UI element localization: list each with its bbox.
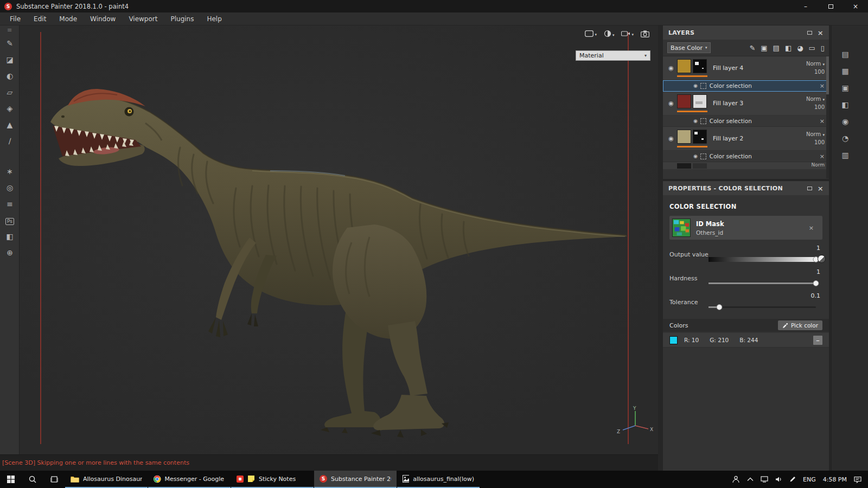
dock-shelf-icon[interactable]: ▦ xyxy=(835,65,855,78)
menu-help[interactable]: Help xyxy=(200,15,228,23)
menu-file[interactable]: File xyxy=(3,15,27,23)
effect-row-color-selection[interactable]: ◉ Color selection × xyxy=(663,151,829,162)
clock[interactable]: 4:58 PM xyxy=(823,476,847,483)
taskbar-app-substance-painter[interactable]: S Substance Painter 201... xyxy=(314,471,397,488)
speaker-icon[interactable] xyxy=(775,476,782,483)
stack-icon[interactable]: ≡ xyxy=(0,196,20,212)
particles-icon[interactable]: ∗ xyxy=(0,163,20,179)
camera-mode-button[interactable]: ▾ xyxy=(621,30,634,37)
projection-tool-icon[interactable]: ◐ xyxy=(0,68,20,84)
layer-fill-thumbnail[interactable] xyxy=(677,94,691,108)
notifications-icon[interactable]: ◎ xyxy=(0,179,20,196)
menu-mode[interactable]: Mode xyxy=(53,15,84,23)
language-indicator[interactable]: ENG xyxy=(803,476,816,483)
dock-history-icon[interactable]: ◔ xyxy=(835,132,855,145)
tray-expand-icon[interactable] xyxy=(747,477,754,481)
add-smart-material-icon[interactable]: ◕ xyxy=(797,44,803,52)
close-panel-icon[interactable]: × xyxy=(818,29,824,36)
viewport-3d[interactable]: ▾ ▾ ▾ Material ▾ Y X Z xyxy=(20,25,658,454)
id-mask-item[interactable]: ID Mask Others_id × xyxy=(669,216,822,240)
remove-id-mask-icon[interactable]: × xyxy=(809,224,814,232)
maximize-button[interactable] xyxy=(818,0,843,12)
layer-visibility-icon[interactable]: ◉ xyxy=(665,100,677,107)
detach-panel-icon[interactable] xyxy=(807,31,812,35)
renderer-icon[interactable]: ◧ xyxy=(0,228,20,245)
color-swatch[interactable] xyxy=(669,336,678,344)
menu-window[interactable]: Window xyxy=(84,15,122,23)
eraser-tool-icon[interactable]: ◪ xyxy=(0,52,20,68)
dock-viewer-settings-icon[interactable]: ◧ xyxy=(835,98,855,111)
tolerance-slider[interactable] xyxy=(709,304,816,310)
output-value-number[interactable]: 1 xyxy=(816,245,820,252)
blend-mode-dropdown[interactable]: Norm ▾ xyxy=(806,131,825,139)
pick-color-button[interactable]: Pick color xyxy=(778,320,822,330)
layer-visibility-icon[interactable]: ◉ xyxy=(665,135,677,142)
sidebar-drag-handle-icon[interactable]: ≡ xyxy=(0,25,19,35)
axis-gizmo[interactable]: Y X Z xyxy=(616,406,654,436)
layer-row-partial[interactable]: Norm xyxy=(663,162,829,169)
add-paint-layer-icon[interactable]: ◧ xyxy=(785,44,792,52)
remove-effect-icon[interactable]: × xyxy=(820,118,825,125)
task-view-button[interactable] xyxy=(43,471,65,488)
layer-row-fill-layer-4[interactable]: ◉ Fill layer 4 Norm ▾ 100 xyxy=(663,56,829,80)
add-layer-icon[interactable]: ▣ xyxy=(761,44,767,52)
menu-edit[interactable]: Edit xyxy=(27,15,53,23)
menu-viewport[interactable]: Viewport xyxy=(122,15,164,23)
layer-fill-thumbnail[interactable] xyxy=(677,59,691,73)
slider-handle[interactable] xyxy=(813,280,819,286)
blend-mode-dropdown[interactable]: Norm xyxy=(811,162,825,168)
detach-panel-icon[interactable] xyxy=(807,187,812,190)
add-effect-icon[interactable]: ✎ xyxy=(749,44,755,52)
slider-handle[interactable] xyxy=(716,304,722,310)
dock-log-icon[interactable]: ▥ xyxy=(835,149,855,162)
menu-plugins[interactable]: Plugins xyxy=(164,15,200,23)
plugins-settings-icon[interactable]: ⊕ xyxy=(0,245,20,261)
effect-row-color-selection[interactable]: ◉ Color selection × xyxy=(663,80,829,92)
layer-opacity-value[interactable]: 100 xyxy=(806,68,825,76)
minimize-button[interactable]: – xyxy=(793,0,818,12)
material-dropdown[interactable]: Material ▾ xyxy=(576,50,650,61)
taskbar-app-photos[interactable]: allosaurus_final(low).j... xyxy=(397,471,480,488)
smudge-tool-icon[interactable]: ▲ xyxy=(0,117,20,133)
add-folder-icon[interactable]: ▭ xyxy=(809,44,815,52)
layer-row-fill-layer-2[interactable]: ◉ Fill layer 2 Norm ▾ 100 xyxy=(663,127,829,151)
screenshot-button[interactable] xyxy=(641,30,649,37)
material-picker-tool-icon[interactable]: ∕ xyxy=(0,133,20,149)
taskbar-app-explorer-folder[interactable]: Allosaurus Dinosaur xyxy=(65,471,148,488)
scene-render[interactable] xyxy=(20,25,658,454)
effect-row-color-selection[interactable]: ◉ Color selection × xyxy=(663,115,829,127)
effect-visibility-icon[interactable]: ◉ xyxy=(693,83,698,88)
paint-tool-icon[interactable]: ✎ xyxy=(0,35,20,52)
search-button[interactable] xyxy=(22,471,43,488)
start-button[interactable] xyxy=(0,471,22,488)
color-entry-row[interactable]: R: 10 G: 210 B: 244 – xyxy=(663,333,829,348)
tolerance-number[interactable]: 0.1 xyxy=(811,292,821,299)
grayscale-value-widget[interactable] xyxy=(818,255,826,263)
output-value-slider[interactable] xyxy=(709,256,816,262)
layer-opacity-value[interactable]: 100 xyxy=(806,139,825,146)
photoshop-export-icon[interactable]: Ps xyxy=(0,212,20,228)
layers-scrollbar[interactable] xyxy=(826,56,829,178)
taskbar-app-sticky-notes[interactable]: Sticky Notes xyxy=(231,471,314,488)
shader-mode-button[interactable]: ▾ xyxy=(604,30,615,37)
close-panel-icon[interactable]: × xyxy=(818,185,824,192)
dock-display-settings-icon[interactable]: ▣ xyxy=(835,81,855,94)
blend-mode-dropdown[interactable]: Norm ▾ xyxy=(806,95,825,104)
dock-shader-settings-icon[interactable]: ◉ xyxy=(835,115,855,128)
delete-layer-icon[interactable]: ▯ xyxy=(821,44,825,52)
taskbar-app-chrome-messenger[interactable]: Messenger - Google ... xyxy=(148,471,231,488)
people-icon[interactable] xyxy=(732,476,740,483)
remove-effect-icon[interactable]: × xyxy=(820,82,825,89)
geometry-mask-tool-icon[interactable]: ◈ xyxy=(0,100,20,117)
polygon-fill-tool-icon[interactable]: ▱ xyxy=(0,84,20,100)
layer-row-fill-layer-3[interactable]: ◉ Fill layer 3 Norm ▾ 100 xyxy=(663,92,829,115)
layer-mask-thumbnail[interactable] xyxy=(693,59,707,73)
effect-visibility-icon[interactable]: ◉ xyxy=(693,153,698,159)
remove-color-button[interactable]: – xyxy=(813,336,822,345)
effect-visibility-icon[interactable]: ◉ xyxy=(693,118,698,124)
layer-mask-thumbnail[interactable] xyxy=(693,130,707,144)
remove-effect-icon[interactable]: × xyxy=(820,153,825,160)
layer-fill-thumbnail[interactable] xyxy=(677,130,691,144)
dinosaur-3d-model[interactable] xyxy=(50,89,627,438)
channel-dropdown[interactable]: Base Color ▾ xyxy=(667,42,711,53)
